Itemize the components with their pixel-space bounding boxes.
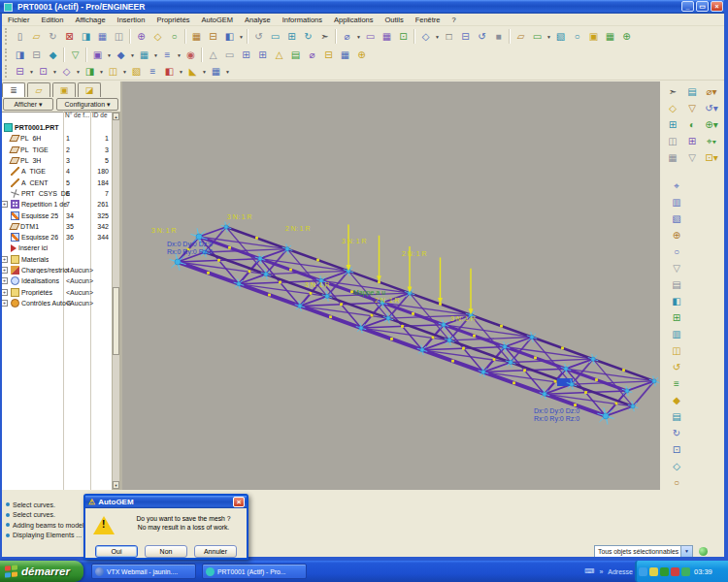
shade-red-icon[interactable]: ◧	[161, 64, 178, 80]
menu-analyse[interactable]: Analyse	[239, 16, 277, 24]
spin-center-icon[interactable]: ⊕	[618, 29, 635, 45]
view-b-icon[interactable]: ⊡	[35, 64, 51, 80]
configuration-button[interactable]: Configuration ▾	[56, 98, 118, 111]
tb1-dropdown-icon[interactable]: ▼	[546, 34, 552, 40]
dialog-button-non[interactable]: Non	[145, 545, 187, 558]
menu-fentre[interactable]: Fenêtre	[410, 16, 447, 24]
curve-tool-icon[interactable]: ⊞	[664, 117, 681, 132]
bend-yellow-icon[interactable]: ◣	[184, 64, 201, 80]
tree-group[interactable]: +Contrôles AutoG<Aucun>	[0, 298, 112, 308]
scroll-thumb[interactable]	[113, 287, 119, 355]
dialog-close-button[interactable]: ×	[233, 497, 245, 507]
shade-alt-icon[interactable]: ≡	[145, 64, 161, 80]
copy-icon[interactable]: ◇	[149, 29, 166, 45]
tb3-dropdown-icon[interactable]: ▼	[51, 69, 58, 75]
line-tool-icon[interactable]: ▧	[552, 29, 569, 45]
datum-new-icon[interactable]: ▦	[136, 48, 152, 63]
tree-item[interactable]: DTM135342	[0, 221, 112, 232]
menu-proprits[interactable]: Propriétés	[150, 16, 195, 24]
tree-item[interactable]: A_TIGE4180	[0, 166, 112, 177]
tree-item[interactable]: Esquisse 2534325	[0, 210, 112, 220]
sweep-icon[interactable]: ⊕	[668, 228, 685, 242]
layers-icon[interactable]: ⊞	[283, 29, 300, 45]
toolbar-chevron-icon[interactable]: »	[599, 568, 603, 575]
zoom-icon[interactable]: ⌀	[339, 29, 355, 45]
expand-icon[interactable]: +	[1, 201, 8, 208]
extrude-icon[interactable]: ▥	[668, 195, 685, 210]
menu-informations[interactable]: Informations	[277, 16, 328, 24]
tray-icon[interactable]	[660, 567, 669, 576]
new-icon[interactable]: ▯	[12, 29, 28, 45]
window-switch-icon[interactable]: ↻	[300, 29, 316, 45]
dialog-button-annuler[interactable]: Annuler	[194, 545, 237, 558]
tray-icon[interactable]	[639, 567, 647, 576]
print-icon[interactable]: ◫	[111, 29, 127, 45]
tb3-grip[interactable]	[5, 65, 9, 79]
tree-group[interactable]: +Materials	[0, 254, 112, 265]
tb3-dropdown-icon[interactable]: ▼	[75, 69, 82, 75]
offset-icon[interactable]: ↻	[668, 426, 685, 440]
tab-folder-browser[interactable]: ▱	[27, 82, 50, 97]
datum-plus-icon[interactable]: ▣	[89, 48, 106, 63]
menu-autogem[interactable]: AutoGEM	[196, 16, 240, 24]
regenerate-icon[interactable]: ▦	[188, 29, 205, 45]
tab-connections[interactable]: ◪	[78, 82, 101, 97]
mesh-map-icon[interactable]: ▤	[287, 48, 304, 63]
refit-icon[interactable]: ⊡	[395, 29, 412, 45]
menu-affichage[interactable]: Affichage	[69, 16, 111, 24]
expand-icon[interactable]: +	[1, 289, 8, 296]
select-box-icon[interactable]: ◧	[221, 29, 238, 45]
shade-box-icon[interactable]: ▧	[128, 64, 145, 80]
ref-tool-icon[interactable]: ▽	[683, 150, 701, 165]
tb2-grip[interactable]	[5, 48, 9, 62]
csys-tool-icon[interactable]: ◫	[664, 134, 681, 148]
tray-icon[interactable]	[681, 567, 690, 576]
snap-off-icon[interactable]: ▦	[602, 29, 618, 45]
tb1-dropdown-icon[interactable]: ▼	[434, 34, 441, 40]
tab-model-tree[interactable]: ≣	[2, 82, 25, 97]
sel-filter-icon[interactable]: ◨	[12, 48, 28, 63]
plane-tool-icon[interactable]: ◇	[664, 101, 681, 115]
slash-tool-icon[interactable]: ↺▾	[703, 101, 720, 115]
restore-button[interactable]: ▭	[696, 1, 709, 12]
mesh-tri-icon[interactable]: ▭	[221, 48, 238, 63]
close-button[interactable]: ×	[711, 1, 723, 12]
datum-copy-icon[interactable]: ≡	[159, 48, 176, 63]
tb2-dropdown-icon[interactable]: ▼	[129, 52, 136, 58]
blend-icon[interactable]: ○	[668, 244, 685, 259]
select-help-icon[interactable]: ➣	[664, 84, 681, 99]
datum-plane-icon[interactable]: ▱	[513, 29, 529, 45]
tree-item[interactable]: Esquisse 2636344	[0, 232, 112, 242]
copy-geom-icon[interactable]: ▤	[683, 84, 701, 99]
sketch-icon[interactable]: ⌖	[668, 178, 685, 193]
tb2-dropdown-icon[interactable]: ▼	[106, 52, 113, 58]
menu-insertion[interactable]: Insertion	[112, 16, 151, 24]
menu-edition[interactable]: Edition	[36, 16, 70, 24]
mirror-icon[interactable]: ≡	[668, 376, 685, 391]
scroll-down-arrow[interactable]: ▼	[113, 481, 119, 489]
mesh-curve-icon[interactable]: △	[271, 48, 287, 63]
dialog-title-bar[interactable]: ⚠ AutoGEM ×	[85, 496, 247, 508]
task-button[interactable]: PRT0001 (Actif) - Pro...	[202, 564, 307, 579]
round-icon[interactable]: ▤	[668, 277, 685, 292]
revolve-icon[interactable]: ▧	[668, 211, 685, 226]
pattern-tool-icon[interactable]: ⊟	[28, 48, 45, 63]
cut-icon[interactable]: ⊕	[133, 29, 149, 45]
dots-tool-icon[interactable]: ⌀▾	[703, 84, 720, 99]
truss-model[interactable]	[122, 81, 660, 541]
mesh-export-icon[interactable]: ⊕	[353, 48, 370, 63]
chamfer-icon[interactable]: ◧	[668, 294, 685, 308]
address-toolbar-label[interactable]: Adresse	[608, 568, 633, 575]
menu-outils[interactable]: Outils	[380, 16, 410, 24]
save-icon[interactable]: ↻	[45, 29, 61, 45]
tb3-dropdown-icon[interactable]: ▼	[201, 69, 208, 75]
draft-icon[interactable]: ▥	[668, 327, 685, 341]
mesh-color-icon[interactable]: ⊟	[320, 48, 337, 63]
expand-icon[interactable]: +	[1, 267, 8, 274]
menu-applications[interactable]: Applications	[328, 16, 379, 24]
style-tool-icon[interactable]: ⊕▾	[703, 117, 720, 132]
tree-scrollbar[interactable]: ▲ ▼	[112, 112, 120, 490]
spring-icon[interactable]: ◇	[668, 459, 685, 473]
mesh-grid-icon[interactable]: ⊞	[238, 48, 254, 63]
keyboard-icon[interactable]: ⌨	[584, 567, 594, 575]
